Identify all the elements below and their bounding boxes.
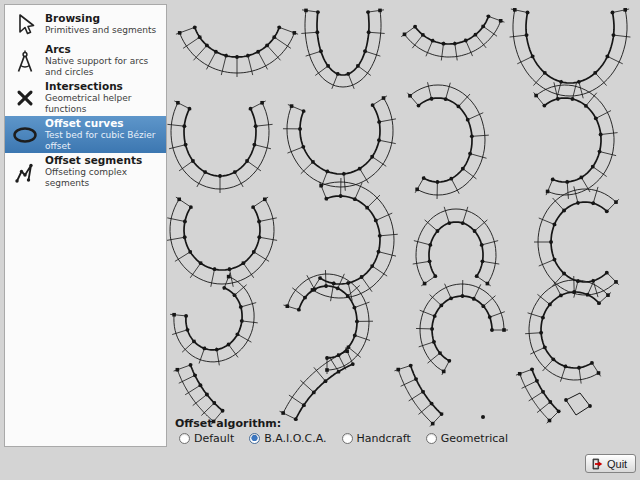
radio-handcraft-dot[interactable] [342,433,353,444]
sidebar-item-browsing[interactable]: Browsing Primitives and segments [5,5,166,42]
radio-baioca[interactable]: B.A.I.O.C.A. [249,432,326,445]
compass-icon [11,47,38,74]
sidebar-item-intersections[interactable]: Intersections Geometrical helper functio… [5,79,166,116]
sidebar-item-title: Offset segments [45,154,162,167]
sidebar-item-subtitle: Native support for arcs and circles [45,56,162,78]
radio-handcraft-label: Handcraft [357,432,411,445]
radio-geometrical-label: Geometrical [441,432,508,445]
sidebar: Browsing Primitives and segments Arcs Na… [4,4,167,447]
radio-geometrical[interactable]: Geometrical [426,432,508,445]
sidebar-item-subtitle: Geometrical helper functions [45,93,162,115]
sidebar-item-offset-segments[interactable]: Offset segments Offseting complex segmen… [5,153,166,190]
ellipse-icon [11,121,38,148]
x-icon [11,84,38,111]
polyline-icon [11,158,38,185]
window: { "window": {"background": "#d4d4d4"}, "… [0,0,640,480]
sidebar-item-title: Arcs [45,43,162,56]
radio-default[interactable]: Default [179,432,234,445]
radio-baioca-label: B.A.I.O.C.A. [264,432,326,445]
sidebar-item-subtitle: Offseting complex segments [45,167,162,189]
radio-geometrical-dot[interactable] [426,433,437,444]
radio-handcraft[interactable]: Handcraft [342,432,411,445]
sidebar-item-subtitle: Test bed for cubic Bézier offset [45,130,162,152]
radio-baioca-dot[interactable] [249,433,260,444]
sidebar-item-offset-curves[interactable]: Offset curves Test bed for cubic Bézier … [5,116,166,153]
sidebar-item-arcs[interactable]: Arcs Native support for arcs and circles [5,42,166,79]
sidebar-item-subtitle: Primitives and segments [45,25,156,36]
radio-default-dot[interactable] [179,433,190,444]
quit-button-label: Quit [607,458,627,470]
sidebar-item-title: Intersections [45,80,162,93]
offset-algorithm-radios: Default B.A.I.O.C.A. Handcraft Geometric… [179,432,508,445]
radio-default-label: Default [194,432,234,445]
door-exit-icon [591,458,603,470]
sidebar-item-title: Offset curves [45,117,162,130]
sidebar-item-title: Browsing [45,12,156,25]
offset-algorithm-label: Offset algorithm: [175,417,281,430]
quit-button[interactable]: Quit [585,454,636,473]
cursor-icon [11,10,38,37]
